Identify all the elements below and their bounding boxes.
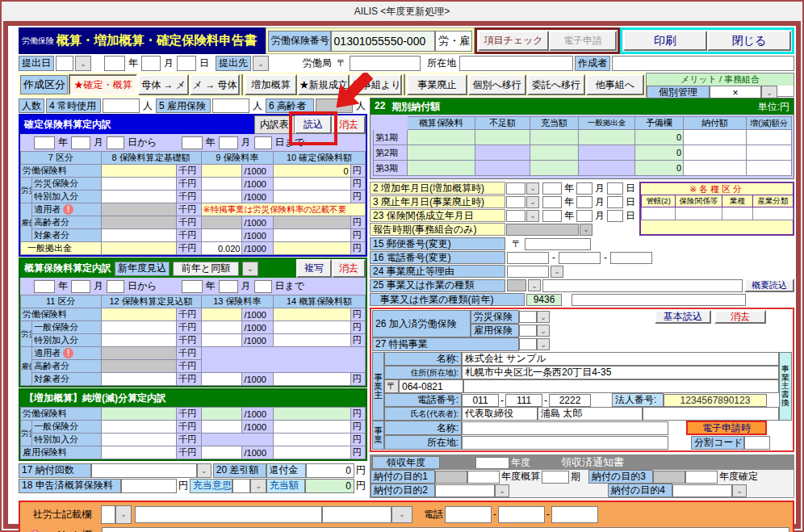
- kakushu-cell[interactable]: [722, 207, 753, 220]
- mikomi-value[interactable]: 前年と同額: [173, 262, 239, 276]
- office-name-field[interactable]: [462, 421, 668, 435]
- date-field[interactable]: [219, 136, 238, 149]
- amount-field[interactable]: [274, 178, 351, 191]
- base-field[interactable]: [101, 446, 177, 459]
- date-field[interactable]: [219, 280, 238, 293]
- ryoshu-year-field[interactable]: [475, 457, 509, 469]
- yobi-cell[interactable]: 0: [635, 161, 684, 176]
- gaisan-cell[interactable]: [408, 145, 475, 161]
- zogen-cell[interactable]: [747, 161, 792, 176]
- base-field[interactable]: [101, 421, 177, 434]
- amount-field[interactable]: [274, 216, 351, 229]
- day-field[interactable]: [607, 196, 623, 208]
- rate-field[interactable]: [201, 334, 242, 347]
- date-field[interactable]: [254, 136, 272, 149]
- kubun-zouka-button[interactable]: 増加概算: [245, 74, 296, 95]
- rate-field[interactable]: 0.020: [201, 242, 242, 255]
- insurance-kind-field[interactable]: 労・雇: [435, 31, 472, 52]
- base-field[interactable]: [101, 434, 177, 446]
- rate-field[interactable]: [201, 178, 242, 191]
- kubun-kakutei-gaisan-button[interactable]: ★確定・概算: [69, 74, 138, 95]
- rate-field[interactable]: [201, 191, 242, 203]
- p2-field[interactable]: [435, 484, 495, 497]
- sharoushi-tel1-field[interactable]: [445, 506, 492, 523]
- p4-field[interactable]: [672, 484, 732, 497]
- gaisan-clear-button[interactable]: 消去: [332, 259, 366, 278]
- base-field[interactable]: [101, 408, 177, 421]
- f25-text-field[interactable]: [542, 279, 743, 292]
- ninzu-f5-field[interactable]: [212, 98, 249, 113]
- base-field[interactable]: [101, 165, 177, 178]
- juto-ishi-dropdown[interactable]: ⌄: [250, 479, 266, 493]
- print-button[interactable]: 印刷: [623, 31, 707, 51]
- p3-era-field[interactable]: [653, 471, 685, 484]
- kubun-itaku-ikou-button[interactable]: 委託へ移行: [527, 74, 585, 95]
- base-field[interactable]: [101, 308, 177, 321]
- date-field[interactable]: [107, 136, 124, 149]
- year-field[interactable]: [542, 182, 562, 195]
- rate-field[interactable]: [201, 321, 242, 334]
- mikomi-dropdown[interactable]: ⌄: [242, 262, 258, 276]
- f24-field[interactable]: [507, 266, 549, 278]
- comment-field[interactable]: [102, 527, 789, 532]
- era-dropdown[interactable]: ⌄: [526, 210, 539, 222]
- author-field[interactable]: [612, 56, 794, 71]
- gaisan-cell[interactable]: [408, 130, 475, 145]
- f25-dropdown[interactable]: ⌄: [528, 279, 541, 291]
- year-field[interactable]: [542, 196, 562, 208]
- kakushu-cell[interactable]: [753, 207, 794, 220]
- kubun-tajikumi-yori-button[interactable]: 他事組より: [350, 74, 403, 95]
- kubun-botai-me-button[interactable]: 母体 → メ: [138, 74, 188, 95]
- date-field[interactable]: [71, 136, 90, 149]
- date-field[interactable]: [107, 280, 124, 293]
- p1-year-field[interactable]: [467, 471, 500, 484]
- owner-rep-extra-field[interactable]: [643, 407, 779, 421]
- base-field[interactable]: [101, 334, 177, 347]
- f17-field[interactable]: [91, 463, 197, 478]
- date-field[interactable]: [34, 136, 55, 149]
- f18-field[interactable]: [121, 479, 177, 493]
- juto-ishi-field[interactable]: [232, 479, 250, 493]
- amount-field[interactable]: [274, 421, 351, 434]
- split-code-field[interactable]: [744, 436, 770, 450]
- base-field[interactable]: [101, 321, 177, 334]
- basic-load-button[interactable]: 基本読込: [655, 310, 711, 324]
- base-field[interactable]: [101, 191, 177, 203]
- amount-field[interactable]: [274, 446, 351, 459]
- rate-field[interactable]: [201, 229, 242, 242]
- insurance-no-field[interactable]: 01301055550-000: [331, 31, 436, 52]
- amount-field[interactable]: [274, 308, 351, 321]
- rosai-field[interactable]: [519, 311, 537, 323]
- f17-dropdown[interactable]: ⌄: [197, 463, 211, 478]
- kanyu-clear-button[interactable]: 消去: [714, 310, 766, 324]
- ninzu-f4-field[interactable]: [103, 98, 140, 113]
- base-field[interactable]: [101, 373, 177, 386]
- owner-rep-name-field[interactable]: 浦島 太郎: [538, 407, 643, 421]
- owner-rewrite-strip[interactable]: 事業主書換: [779, 352, 792, 421]
- nofu-cell[interactable]: [684, 161, 747, 176]
- sharoushi-tel2-field[interactable]: [498, 506, 545, 523]
- f25-field[interactable]: [507, 279, 526, 291]
- amount-field[interactable]: [274, 434, 351, 446]
- sharoushi-type-field[interactable]: [101, 505, 115, 524]
- report-field[interactable]: [506, 224, 579, 236]
- amount-field[interactable]: [274, 242, 351, 255]
- refund-field[interactable]: 0: [306, 463, 354, 478]
- owner-rep-title-field[interactable]: 代表取締役: [462, 407, 538, 421]
- juto-gaku-field[interactable]: 0: [305, 479, 354, 493]
- ninzu-f6-field[interactable]: [316, 98, 353, 113]
- f16-field1[interactable]: [507, 252, 549, 264]
- sharoushi-dropdown2[interactable]: ⌄: [392, 506, 412, 523]
- base-field[interactable]: [101, 360, 177, 373]
- date-field[interactable]: [182, 280, 203, 293]
- report-dropdown[interactable]: ⌄: [580, 224, 593, 236]
- base-field[interactable]: [101, 242, 177, 255]
- kubun-shinki-button[interactable]: ★新規成立: [298, 74, 350, 95]
- owner-tel2-field[interactable]: 111: [505, 394, 542, 407]
- day-field[interactable]: [607, 182, 623, 195]
- f27-dropdown[interactable]: ⌄: [537, 338, 550, 350]
- base-field[interactable]: [101, 229, 177, 242]
- juto-cell[interactable]: [530, 161, 579, 176]
- era-dropdown[interactable]: ⌄: [526, 182, 539, 195]
- e-apply-time-button[interactable]: 電子申請時: [686, 421, 767, 435]
